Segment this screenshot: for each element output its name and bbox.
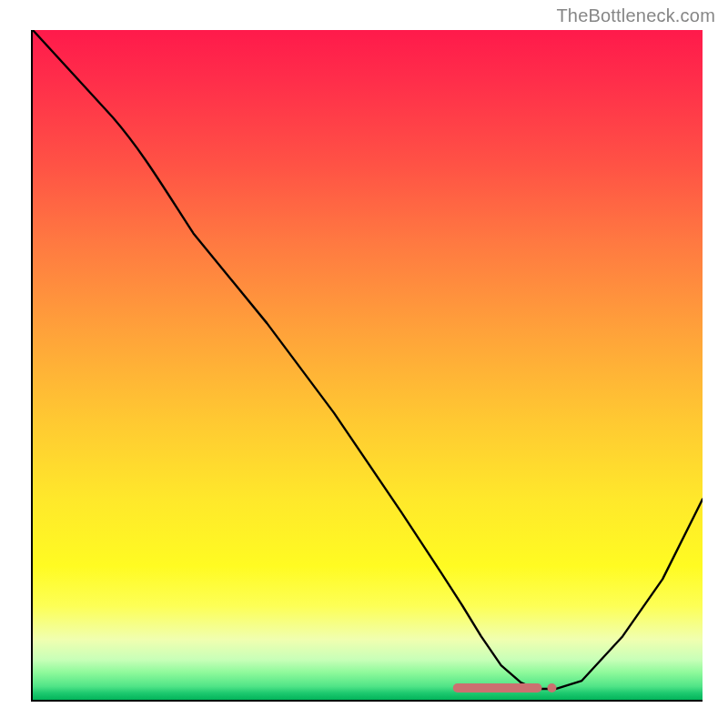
chart-curve: [33, 30, 703, 689]
chart-plot-area: [31, 30, 703, 702]
flat-segment-marker: [458, 683, 557, 693]
svg-point-1: [547, 683, 556, 693]
watermark-text: TheBottleneck.com: [556, 5, 715, 26]
chart-overlay-svg: [33, 30, 703, 700]
